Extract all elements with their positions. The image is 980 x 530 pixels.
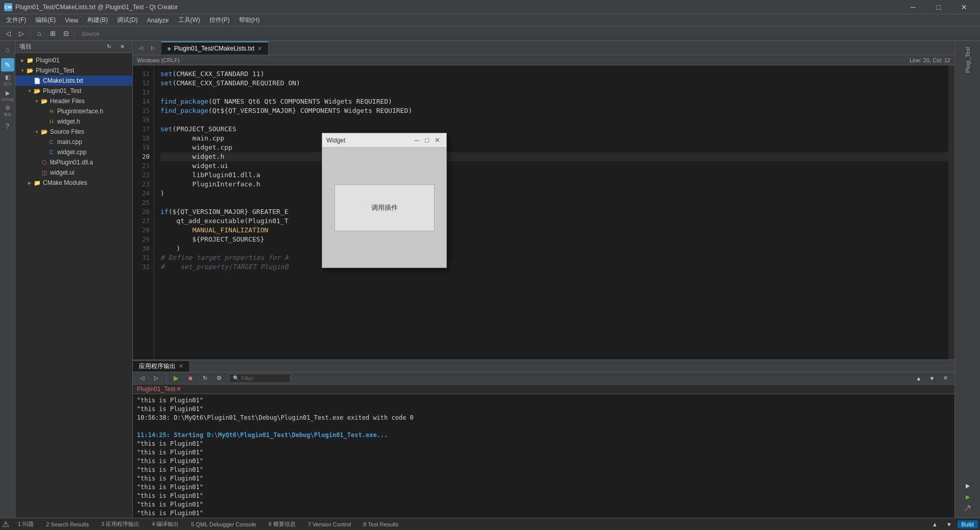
- output-tab-close[interactable]: ✕: [179, 363, 183, 370]
- toolbar-home-btn[interactable]: ⌂: [33, 28, 45, 39]
- tree-item-0[interactable]: ▶📁Plugin01: [15, 55, 132, 65]
- line-num-31: 31: [133, 253, 150, 262]
- status-tab-output[interactable]: 3 应用程序输出: [95, 519, 145, 529]
- tree-name-6: widget.h: [57, 118, 80, 125]
- toolbar-back-btn[interactable]: ◁: [2, 28, 14, 39]
- status-tab-compile[interactable]: 4 编译输出: [146, 519, 184, 529]
- menu-item-p[interactable]: 控件(P): [205, 15, 234, 26]
- tree-item-12[interactable]: ▶📁CMake Modules: [15, 178, 132, 188]
- toolbar-grid-btn[interactable]: ⊞: [46, 28, 59, 39]
- menu-item-h[interactable]: 帮助(H): [235, 15, 264, 26]
- widget-maximize-btn[interactable]: □: [422, 135, 432, 146]
- status-tab-qml[interactable]: 5 QML Debugger Console: [185, 520, 261, 529]
- tree-item-6[interactable]: Hwidget.h: [15, 116, 132, 127]
- output-tab[interactable]: 应用程序输出 ✕: [133, 360, 190, 372]
- menu-item-d[interactable]: 调试(D): [113, 15, 142, 26]
- tree-item-1[interactable]: ▼📂Plugin01_Test: [15, 65, 132, 76]
- widget-dialog-titlebar[interactable]: Widget ─ □ ✕: [322, 133, 446, 148]
- tree-item-11[interactable]: ◫widget.ui: [15, 167, 132, 178]
- menu-item-analyze[interactable]: Analyze: [143, 16, 173, 25]
- cmake-tab-close[interactable]: ✕: [257, 45, 262, 52]
- source-label: Source: [82, 31, 100, 37]
- tree-item-3[interactable]: ▼📂Plugin01_Test: [15, 86, 132, 96]
- code-line-25: [160, 198, 948, 207]
- tree-arrow-1[interactable]: ▼: [19, 67, 26, 74]
- output-line-5: "this is Plugin01": [137, 440, 950, 448]
- sidebar-projects[interactable]: ⚙ 项目: [1, 104, 14, 117]
- menu-item-f[interactable]: 文件(F): [2, 15, 30, 26]
- toolbar-forward-btn[interactable]: ▷: [15, 28, 28, 39]
- line-num-20: 20: [133, 152, 150, 161]
- tab-forward[interactable]: ▷: [147, 42, 159, 53]
- status-bar-down[interactable]: ▼: [943, 519, 955, 530]
- tree-item-7[interactable]: ▼📂Source Files: [15, 127, 132, 137]
- sidebar-edit[interactable]: ✎: [1, 58, 14, 71]
- sidebar-design[interactable]: ◧ 设计: [1, 74, 14, 87]
- build-button[interactable]: Build: [958, 520, 978, 528]
- line-num-15: 15: [133, 106, 150, 115]
- output-nav-prev[interactable]: ◁: [136, 373, 148, 384]
- menu-item-w[interactable]: 工具(W): [174, 15, 204, 26]
- file-tree-content[interactable]: ▶📁Plugin01▼📂Plugin01_Test📄CMakeLists.txt…: [15, 53, 132, 518]
- editor-content[interactable]: 1112131415161718192021222324252627282930…: [133, 65, 954, 359]
- status-tab-vcs[interactable]: 7 Version Control: [302, 520, 356, 529]
- output-scroll-top[interactable]: ▲: [913, 373, 925, 384]
- output-reload[interactable]: ↻: [199, 373, 211, 384]
- close-button[interactable]: ✕: [952, 0, 976, 14]
- output-scroll-bottom[interactable]: ▼: [926, 373, 938, 384]
- menu-item-view[interactable]: View: [61, 16, 82, 25]
- tree-item-8[interactable]: Cmain.cpp: [15, 137, 132, 147]
- tree-name-5: PluginInterface.h: [57, 108, 103, 115]
- code-content[interactable]: set(CMAKE_CXX_STANDARD 11)set(CMAKE_CXX_…: [154, 65, 948, 359]
- status-bar-up[interactable]: ▲: [929, 519, 941, 530]
- output-close[interactable]: ✕: [939, 373, 951, 384]
- right-scrollbar[interactable]: [948, 65, 954, 359]
- status-tab-overview[interactable]: 6 概要信息: [263, 519, 301, 529]
- bottom-status-tabs: ⚠ 1 问题 2 Search Results 3 应用程序输出 4 编译输出 …: [0, 518, 980, 530]
- minimize-button[interactable]: ─: [901, 0, 925, 14]
- tree-arrow-0[interactable]: ▶: [19, 57, 26, 63]
- tree-arrow-7[interactable]: ▼: [34, 129, 40, 135]
- tree-name-4: Header Files: [50, 98, 85, 105]
- right-debug-btn[interactable]: ▶: [962, 480, 974, 491]
- code-line-18: main.cpp: [160, 134, 948, 143]
- sidebar-help[interactable]: ?: [1, 119, 14, 133]
- tree-arrow-4[interactable]: ▼: [34, 98, 40, 104]
- tree-arrow-12[interactable]: ▶: [27, 180, 33, 186]
- right-run-btn[interactable]: ▶: [962, 491, 974, 502]
- right-build-btn[interactable]: 🔨: [962, 502, 973, 514]
- output-content: "this is Plugin01""this is Plugin01"10:5…: [133, 394, 954, 518]
- menu-item-b[interactable]: 构建(B): [83, 15, 112, 26]
- output-line-11: "this is Plugin01": [137, 492, 950, 500]
- plugin-tab-label: Plugin01_Test: [137, 386, 175, 393]
- close-tree-btn[interactable]: ✕: [116, 41, 128, 53]
- tree-item-4[interactable]: ▼📂Header Files: [15, 96, 132, 106]
- output-settings[interactable]: ⚙: [213, 373, 225, 384]
- widget-dialog-body: 调用插件: [322, 148, 446, 268]
- status-tab-test[interactable]: 8 Test Results: [357, 520, 404, 529]
- tree-icon-11: ◫: [41, 169, 48, 176]
- tree-arrow-3[interactable]: ▼: [27, 88, 33, 94]
- tree-item-9[interactable]: Cwidget.cpp: [15, 147, 132, 157]
- code-line-27: qt_add_executable(Plugin01_T: [160, 216, 948, 226]
- widget-minimize-btn[interactable]: ─: [412, 135, 422, 146]
- output-line-10: "this is Plugin01": [137, 483, 950, 492]
- sync-btn[interactable]: ↻: [103, 41, 115, 53]
- tree-item-2[interactable]: 📄CMakeLists.txt: [15, 76, 132, 86]
- status-tab-search[interactable]: 2 Search Results: [40, 520, 94, 529]
- tree-item-5[interactable]: HPluginInterface.h: [15, 106, 132, 116]
- menu-item-e[interactable]: 编辑(E): [31, 15, 60, 26]
- cmake-tab[interactable]: ■ Plugin01_Test/CMakeLists.txt ✕: [161, 41, 269, 55]
- output-stop[interactable]: ■: [184, 373, 197, 384]
- status-tab-problems[interactable]: 1 问题: [12, 519, 39, 529]
- maximize-button[interactable]: □: [927, 0, 950, 14]
- output-run[interactable]: ▶: [170, 373, 182, 384]
- tree-item-10[interactable]: ⬡libPlugin01.dll.a: [15, 157, 132, 167]
- sidebar-welcome[interactable]: ⌂: [1, 43, 14, 56]
- widget-close-btn[interactable]: ✕: [432, 135, 442, 146]
- toolbar-split-btn[interactable]: ⊟: [60, 28, 72, 39]
- output-nav-next[interactable]: ▷: [150, 373, 162, 384]
- tab-back[interactable]: ◁: [135, 42, 147, 53]
- plugin-sidebar-item[interactable]: Plugi_Test: [965, 47, 971, 73]
- sidebar-debug[interactable]: ▶ Debug: [1, 89, 14, 102]
